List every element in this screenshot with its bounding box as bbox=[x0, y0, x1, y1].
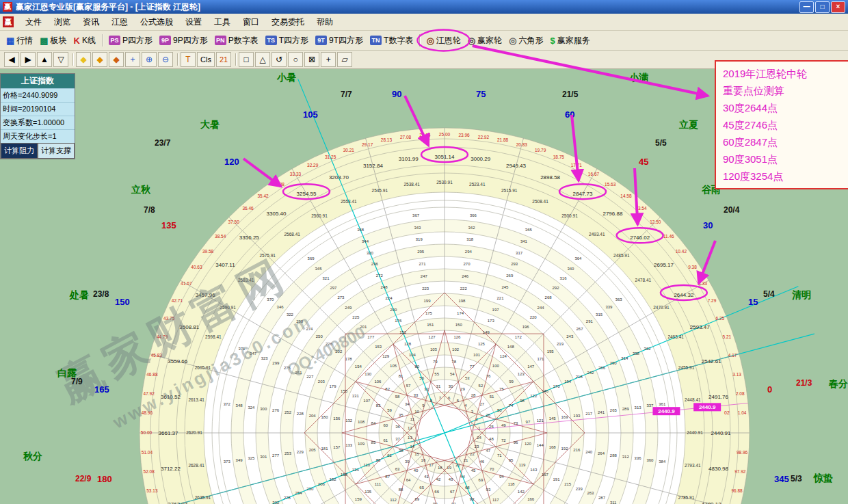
svg-text:2440.91: 2440.91 bbox=[687, 430, 703, 435]
toolbar-item-9p-square[interactable]: 9P9P四方形 bbox=[156, 33, 211, 49]
svg-text:349: 349 bbox=[236, 458, 243, 462]
menu-item-4[interactable]: 公式选股 bbox=[134, 15, 179, 29]
svg-text:193: 193 bbox=[573, 414, 581, 418]
draw-tool-clear[interactable]: Cls bbox=[197, 52, 215, 67]
svg-text:224: 224 bbox=[385, 296, 393, 300]
toolbar-item-gann-wheel[interactable]: ◎江恩轮 bbox=[423, 33, 464, 49]
window-title: 赢家江恩专业版[赢家服务平台] - [上证指数 江恩轮] bbox=[16, 1, 799, 13]
svg-text:95: 95 bbox=[509, 458, 514, 462]
draw-tool-filter[interactable]: ▽ bbox=[53, 52, 68, 67]
t-square-icon: TS bbox=[265, 36, 277, 45]
svg-text:59: 59 bbox=[387, 408, 392, 412]
svg-text:97.92: 97.92 bbox=[734, 469, 746, 474]
draw-tool-rect-tool[interactable]: □ bbox=[239, 52, 254, 67]
svg-text:230: 230 bbox=[306, 487, 314, 491]
svg-text:117: 117 bbox=[492, 498, 499, 502]
svg-text:30: 30 bbox=[449, 384, 453, 388]
svg-text:3203.70: 3203.70 bbox=[329, 174, 349, 181]
draw-tool-diamond-gold[interactable]: ◆ bbox=[92, 52, 107, 67]
menu-item-0[interactable]: 文件 bbox=[19, 15, 48, 29]
svg-text:43: 43 bbox=[449, 477, 453, 481]
svg-text:61: 61 bbox=[383, 438, 388, 442]
calc-resistance-button[interactable]: 计算阻力 bbox=[1, 143, 38, 159]
svg-text:82: 82 bbox=[385, 387, 390, 391]
svg-text:146: 146 bbox=[542, 389, 549, 393]
draw-tool-diamond-orange[interactable]: ◆ bbox=[109, 52, 124, 67]
svg-text:194: 194 bbox=[564, 380, 572, 384]
toolbar-item-9t-square[interactable]: 9T9T四方形 bbox=[312, 33, 367, 49]
toolbar-item-p-number-table[interactable]: PNP数字表 bbox=[211, 33, 262, 49]
svg-text:83: 83 bbox=[376, 403, 381, 408]
toolbar-item-quotes[interactable]: ▦行情 bbox=[3, 33, 36, 49]
draw-tool-diamond-yellow[interactable]: ◆ bbox=[76, 52, 91, 67]
draw-tool-cross-marker[interactable]: + bbox=[125, 52, 140, 67]
svg-text:172: 172 bbox=[515, 335, 522, 339]
svg-text:119: 119 bbox=[519, 463, 526, 467]
svg-text:241: 241 bbox=[598, 410, 605, 414]
toolbar-item-hexagon[interactable]: ◎六角形 bbox=[505, 33, 546, 49]
toolbar-item-t-number-table[interactable]: TNT数字表 bbox=[367, 33, 416, 49]
menu-item-8[interactable]: 交易委托 bbox=[265, 15, 310, 29]
toolbar-item-kline[interactable]: KK线 bbox=[70, 33, 99, 49]
maximize-button[interactable]: □ bbox=[815, 1, 830, 13]
draw-tool-next[interactable]: ▶ bbox=[21, 52, 36, 67]
minimize-button[interactable]: — bbox=[799, 1, 814, 13]
toolbar-item-p-square[interactable]: PSP四方形 bbox=[105, 33, 156, 49]
menu-item-9[interactable]: 帮助 bbox=[310, 15, 339, 29]
svg-text:3508.81: 3508.81 bbox=[179, 324, 199, 330]
draw-tool-prev[interactable]: ◀ bbox=[4, 52, 19, 67]
svg-text:26: 26 bbox=[486, 413, 490, 417]
menu-item-7[interactable]: 窗口 bbox=[237, 15, 265, 29]
toolbar-item-sectors[interactable]: ▩板块 bbox=[36, 33, 70, 49]
menu-item-1[interactable]: 浏览 bbox=[48, 15, 77, 29]
toolbar-item-t-square[interactable]: TST四方形 bbox=[262, 33, 312, 49]
svg-text:85: 85 bbox=[371, 440, 376, 445]
draw-tool-zoom-out[interactable]: ⊖ bbox=[158, 52, 173, 67]
menu-item-5[interactable]: 设置 bbox=[179, 15, 208, 29]
svg-text:221: 221 bbox=[497, 296, 505, 300]
calc-support-button[interactable]: 计算支撑 bbox=[38, 143, 75, 159]
draw-tool-crosshair-tool[interactable]: + bbox=[321, 52, 336, 67]
svg-text:2793.41: 2793.41 bbox=[685, 463, 701, 468]
draw-tool-rotate-tool[interactable]: ↺ bbox=[271, 52, 287, 67]
menu-item-6[interactable]: 工具 bbox=[208, 15, 237, 29]
svg-text:86: 86 bbox=[376, 458, 381, 462]
draw-tool-measure[interactable]: T bbox=[181, 52, 196, 67]
draw-tool-polygon-tool[interactable]: ▱ bbox=[337, 52, 352, 67]
svg-text:200: 200 bbox=[390, 308, 397, 312]
draw-tool-triangle-tool[interactable]: △ bbox=[255, 52, 270, 67]
svg-text:111: 111 bbox=[375, 482, 382, 486]
svg-text:240: 240 bbox=[585, 450, 593, 454]
svg-text:168: 168 bbox=[549, 445, 557, 449]
toolbar-item-winner-wheel[interactable]: ◎赢家轮 bbox=[464, 33, 505, 49]
svg-text:267: 267 bbox=[577, 327, 584, 331]
toolbar-item-winner-service[interactable]: $赢家服务 bbox=[546, 33, 593, 49]
svg-text:2553.41: 2553.41 bbox=[341, 199, 357, 204]
draw-tool-circle-tool[interactable]: ○ bbox=[288, 52, 303, 67]
svg-text:248: 248 bbox=[381, 285, 388, 289]
svg-text:270: 270 bbox=[463, 262, 471, 266]
svg-text:62: 62 bbox=[387, 453, 392, 457]
svg-text:14.58: 14.58 bbox=[620, 194, 632, 198]
draw-tool-zoom-in[interactable]: ⊕ bbox=[142, 52, 157, 67]
menu-item-2[interactable]: 资讯 bbox=[77, 15, 105, 29]
svg-text:121: 121 bbox=[537, 419, 544, 423]
menu-item-3[interactable]: 江恩 bbox=[105, 15, 134, 29]
svg-text:321: 321 bbox=[322, 276, 330, 280]
svg-text:2605.91: 2605.91 bbox=[195, 365, 211, 370]
svg-text:318: 318 bbox=[466, 237, 474, 241]
svg-text:222: 222 bbox=[460, 287, 468, 291]
svg-text:7.29: 7.29 bbox=[708, 298, 717, 303]
draw-tool-delete-tool[interactable]: ⊠ bbox=[304, 52, 319, 67]
svg-text:52: 52 bbox=[479, 384, 483, 388]
draw-tool-calendar[interactable]: 21 bbox=[216, 52, 231, 67]
svg-text:3.13: 3.13 bbox=[732, 372, 741, 377]
draw-tool-pointer-up[interactable]: ▲ bbox=[37, 52, 52, 67]
svg-text:144: 144 bbox=[537, 443, 544, 447]
svg-text:49: 49 bbox=[501, 423, 506, 427]
close-button[interactable]: × bbox=[831, 1, 845, 13]
svg-text:120: 120 bbox=[525, 442, 532, 446]
svg-text:78: 78 bbox=[451, 360, 456, 364]
svg-text:2538.41: 2538.41 bbox=[403, 182, 420, 187]
svg-text:105: 105 bbox=[390, 364, 397, 368]
